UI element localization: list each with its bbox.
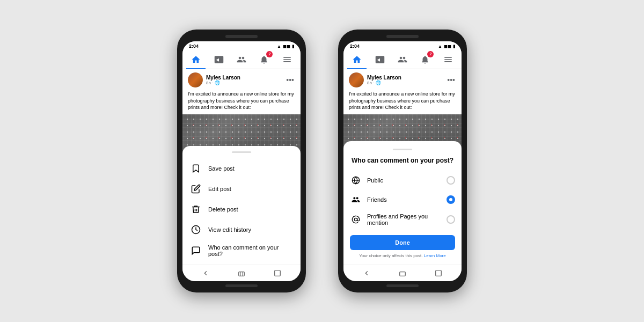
phone-nav-bottom-right <box>343 265 462 281</box>
wifi-icon: ▲ <box>277 44 281 49</box>
menu-item-who-can-comment[interactable]: Who can comment on your post? <box>182 240 301 261</box>
square-btn-left[interactable] <box>273 268 282 278</box>
pencil-icon <box>190 183 202 195</box>
status-icons-right: ▲ ◼◼ ▮ <box>438 44 455 49</box>
dialog-note: Your choice only affects this post. Lear… <box>350 253 455 258</box>
time-left: 2:04 <box>189 43 199 49</box>
option-profiles-pages[interactable]: Profiles and Pages you mention <box>350 209 455 230</box>
post-header-right: Myles Larson 8h · 🌐 ••• <box>343 69 462 91</box>
dialog-handle <box>393 149 412 150</box>
done-button[interactable]: Done <box>350 235 455 250</box>
phones-container: 2:04 ▲ ◼◼ ▮ 2 <box>177 30 467 292</box>
menu-item-edit-post[interactable]: Edit post <box>182 179 301 199</box>
friends-radio[interactable] <box>447 195 455 204</box>
comment-dialog: Who can comment on your post? Public <box>343 141 462 265</box>
svg-point-7 <box>354 218 357 221</box>
square-btn-right[interactable] <box>434 268 443 278</box>
menu-item-save-post[interactable]: Save post <box>182 158 301 179</box>
post-area-left: Myles Larson 8h · 🌐 ••• I'm excited to a… <box>182 69 301 265</box>
at-icon <box>350 214 362 225</box>
speaker-top-right <box>386 35 419 38</box>
wifi-icon-right: ▲ <box>438 44 442 49</box>
home-btn-right[interactable] <box>398 268 407 278</box>
menu-item-view-edit-history[interactable]: View edit history <box>182 219 301 240</box>
bottom-sheet-left: Save post Edit post Delete <box>182 146 301 265</box>
option-public[interactable]: Public <box>350 171 455 190</box>
post-user-info-left: Myles Larson 8h · 🌐 <box>206 75 282 85</box>
view-edit-history-label: View edit history <box>208 226 251 233</box>
post-text-right: I'm excited to announce a new online sto… <box>343 91 462 114</box>
signal-icon: ◼◼ <box>283 44 290 49</box>
friends-label: Friends <box>367 196 441 203</box>
screen-right: 2:04 ▲ ◼◼ ▮ 2 <box>343 41 462 281</box>
sheet-handle-left <box>232 151 251 153</box>
nav-home-right[interactable] <box>347 50 367 69</box>
comment-icon <box>190 245 202 257</box>
bookmark-icon <box>190 163 202 174</box>
svg-rect-8 <box>400 272 406 276</box>
profiles-pages-radio[interactable] <box>447 215 455 224</box>
svg-rect-9 <box>435 270 441 276</box>
phone-nav-bottom-left <box>182 265 301 281</box>
post-meta-right: 8h · 🌐 <box>367 80 443 85</box>
nav-menu-left[interactable] <box>277 50 297 69</box>
status-icons-left: ▲ ◼◼ ▮ <box>277 44 294 49</box>
profiles-pages-label: Profiles and Pages you mention <box>367 213 441 226</box>
nav-notifications-right[interactable]: 2 <box>415 50 435 69</box>
svg-rect-4 <box>274 270 280 276</box>
avatar-img-right <box>349 72 364 87</box>
post-more-btn-left[interactable]: ••• <box>285 76 295 84</box>
public-radio[interactable] <box>447 176 455 185</box>
notification-badge-right: 2 <box>427 51 434 57</box>
status-bar-left: 2:04 ▲ ◼◼ ▮ <box>182 41 301 50</box>
post-area-right: Myles Larson 8h · 🌐 ••• I'm excited to a… <box>343 69 462 265</box>
post-header-left: Myles Larson 8h · 🌐 ••• <box>182 69 301 91</box>
speaker-bottom-right <box>386 284 419 287</box>
battery-icon-right: ▮ <box>453 44 455 49</box>
post-user-name-left: Myles Larson <box>206 75 282 80</box>
back-btn-left[interactable] <box>201 268 210 278</box>
time-right: 2:04 <box>350 43 360 49</box>
dialog-title: Who can comment on your post? <box>350 157 455 164</box>
phone-left: 2:04 ▲ ◼◼ ▮ 2 <box>177 30 306 292</box>
radio-inner-friends <box>449 198 452 201</box>
nav-notifications-left[interactable]: 2 <box>254 50 274 69</box>
battery-icon: ▮ <box>292 44 294 49</box>
who-can-comment-label: Who can comment on your post? <box>208 244 293 257</box>
option-friends[interactable]: Friends <box>350 190 455 209</box>
nav-video-left[interactable] <box>209 50 229 69</box>
speaker-top-left <box>225 35 258 38</box>
edit-post-label: Edit post <box>208 186 231 192</box>
signal-icon-right: ◼◼ <box>444 44 451 49</box>
trash-icon <box>190 203 202 215</box>
public-label: Public <box>367 177 441 184</box>
phone-right: 2:04 ▲ ◼◼ ▮ 2 <box>338 30 467 292</box>
post-user-name-right: Myles Larson <box>367 75 443 80</box>
save-post-label: Save post <box>208 165 235 172</box>
friends-icon <box>350 194 362 206</box>
nav-video-right[interactable] <box>370 50 390 69</box>
learn-more-link[interactable]: Learn More <box>424 253 446 258</box>
speaker-bottom-left <box>225 284 258 287</box>
nav-home-left[interactable] <box>186 50 206 69</box>
menu-item-delete-post[interactable]: Delete post <box>182 199 301 219</box>
post-text-left: I'm excited to announce a new online sto… <box>182 91 301 114</box>
nav-groups-right[interactable] <box>393 50 412 69</box>
svg-rect-1 <box>239 272 245 276</box>
notification-badge-left: 2 <box>266 51 273 57</box>
post-meta-left: 8h · 🌐 <box>206 80 282 85</box>
post-user-info-right: Myles Larson 8h · 🌐 <box>367 75 443 85</box>
nav-menu-right[interactable] <box>438 50 458 69</box>
nav-groups-left[interactable] <box>232 50 251 69</box>
delete-post-label: Delete post <box>208 206 238 213</box>
avatar-left <box>188 72 203 87</box>
back-btn-right[interactable] <box>362 268 371 278</box>
status-bar-right: 2:04 ▲ ◼◼ ▮ <box>343 41 462 50</box>
clock-rotate-icon <box>190 224 202 236</box>
fb-nav-left: 2 <box>182 50 301 69</box>
fb-nav-right: 2 <box>343 50 462 69</box>
home-btn-left[interactable] <box>237 268 246 278</box>
avatar-right <box>349 72 364 87</box>
avatar-img-left <box>188 72 203 87</box>
post-more-btn-right[interactable]: ••• <box>446 76 456 84</box>
